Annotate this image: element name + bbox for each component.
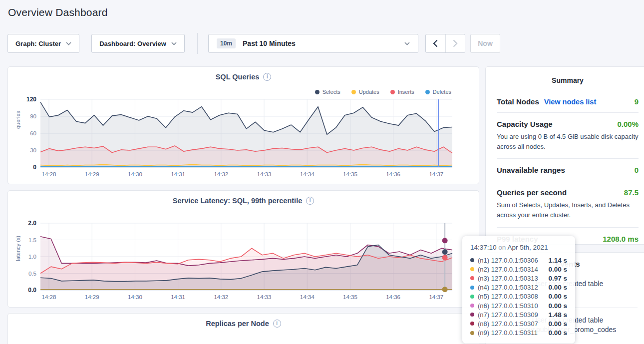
tooltip-node-label: (n8) 127.0.0.1:50307 [478,320,538,328]
info-icon[interactable]: i [273,320,281,328]
chevron-down-icon [404,42,410,45]
x-axis-tick-label: 14:35 [343,171,357,177]
tooltip-timestamp: 14:37:10 on Apr 5th, 2021 [470,244,567,251]
summary-row-header: Queries per second87.5 [497,188,639,197]
tooltip-node-value: 0.00 s [548,266,567,273]
summary-row-label: Total Nodes [497,97,539,106]
summary-row-label: Unavailable ranges [497,166,565,174]
info-icon[interactable]: i [306,197,314,205]
tooltip-row: (n2) 127.0.0.1:503140.00 s [470,265,567,274]
summary-row-description: Sum of Selects, Updates, Inserts, and De… [497,200,639,220]
tooltip-row: (n5) 127.0.0.1:503080.00 s [470,292,567,301]
tooltip-row: (n9) 127.0.0.1:503110.00 s [470,329,567,338]
time-range-selector[interactable]: 10m Past 10 Minutes [208,34,418,53]
node-color-dot [470,313,474,317]
tooltip-node-label: (n9) 127.0.0.1:50311 [478,329,538,337]
tooltip-node-value: 0.00 s [548,320,567,328]
x-axis-tick-label: 14:36 [386,294,400,300]
graph-dropdown[interactable]: Graph: Cluster [7,34,79,53]
latency-chart-title: Service Latency: SQL, 99th percentile [173,197,303,205]
tooltip-node-value: 1.48 s [548,311,567,319]
tooltip-node-label: (n6) 127.0.0.1:50310 [478,302,538,310]
graph-dropdown-label: Graph: Cluster [15,40,61,47]
tooltip-row: (n1) 127.0.0.1:503061.14 s [470,256,567,265]
time-step-buttons [425,34,465,53]
chevron-left-icon [433,39,438,47]
x-axis-tick-label: 14:32 [214,294,228,300]
tooltip-row: (n4) 127.0.0.1:503120.00 s [470,283,567,292]
chevron-right-icon [453,39,458,47]
summary-row-queries-per-second: Queries per second87.5Sum of Selects, Up… [497,181,639,227]
summary-row-label: Queries per second [497,188,567,197]
info-icon[interactable]: i [263,73,271,81]
sql-queries-panel: SQL Queries i SelectsUpdatesInsertsDelet… [7,66,479,184]
summary-panel: Summary Total NodesView nodes list9Capac… [485,66,644,245]
hover-point [442,249,448,255]
x-axis-tick-label: 14:31 [171,171,185,177]
x-axis-tick-label: 14:29 [85,171,99,177]
tooltip-node-label: (n5) 127.0.0.1:50308 [478,293,538,300]
summary-row-value: 9 [635,97,639,106]
node-color-dot [470,331,474,335]
time-next-button[interactable] [446,34,465,52]
legend-item-inserts: Inserts [390,89,414,95]
replicas-per-node-panel: Replicas per Node i [7,313,479,344]
node-color-dot [470,258,474,262]
hover-point [442,255,448,261]
chevron-down-icon [171,42,177,45]
x-axis-tick-label: 14:32 [214,171,228,177]
service-latency-chart[interactable]: 14:2814:2914:3014:3114:3214:3314:3414:35… [8,221,480,305]
x-axis-tick-label: 14:30 [128,294,142,300]
x-axis-tick-label: 14:28 [42,171,56,177]
y-axis-tick-label: 0.5 [28,271,36,277]
x-axis-tick-label: 14:34 [300,171,315,177]
dashboard-dropdown[interactable]: Dashboard: Overview [91,34,185,53]
now-button[interactable]: Now [470,34,500,53]
node-color-dot [470,322,474,326]
legend-item-selects: Selects [315,89,340,95]
summary-row-value: 0 [635,166,639,174]
x-axis-tick-label: 14:28 [42,294,56,300]
sql-chart-legend: SelectsUpdatesInsertsDeletes [315,89,451,95]
time-range-badge: 10m [217,38,236,48]
toolbar-divider [197,33,198,54]
chevron-down-icon [66,42,71,45]
x-axis-tick-label: 14:33 [257,294,272,300]
overview-dashboard-page: Overview Dashboard Graph: Cluster Dashbo… [0,0,644,344]
summary-row-total-nodes: Total NodesView nodes list9 [497,90,639,112]
summary-title: Summary [486,76,644,84]
x-axis-tick-label: 14:34 [300,294,315,300]
tooltip-row: (n6) 127.0.0.1:503100.00 s [470,301,567,310]
summary-row-unavailable-ranges: Unavailable ranges0 [497,158,639,181]
summary-row-value: 1208.0 ms [603,235,639,243]
node-color-dot [470,276,474,280]
time-range-label: Past 10 Minutes [243,39,296,47]
sql-queries-chart[interactable]: 14:2814:2914:3014:3114:3214:3314:3414:35… [8,97,480,181]
legend-item-updates: Updates [351,89,379,95]
series-color-dot [425,90,430,94]
sql-chart-title: SQL Queries [216,73,260,81]
hover-point [442,238,448,243]
tooltip-row: (n3) 127.0.0.1:503130.97 s [470,274,567,283]
time-prev-button[interactable] [426,34,446,52]
legend-item-deletes: Deletes [425,89,451,95]
view-nodes-list-link[interactable]: View nodes list [544,98,597,106]
x-axis-tick-label: 14:36 [386,171,400,177]
summary-row-header: Capacity Usage0.00% [497,120,639,128]
tooltip-node-label: (n4) 127.0.0.1:50312 [478,284,538,291]
tooltip-node-label: (n3) 127.0.0.1:50313 [478,275,538,282]
summary-row-header: Unavailable ranges0 [497,166,639,174]
series-color-dot [351,90,356,94]
series-color-dot [390,90,395,94]
summary-row-description: You are using 0 B of 4.5 GiB usable disk… [497,132,639,152]
x-axis-tick-label: 14:37 [429,171,443,177]
dashboard-dropdown-label: Dashboard: Overview [99,40,166,47]
summary-row-capacity-usage: Capacity Usage0.00%You are using 0 B of … [497,112,639,158]
legend-label: Selects [322,89,340,95]
node-color-dot [470,295,474,299]
tooltip-node-value: 0.97 s [548,275,567,282]
summary-row-value: 0.00% [617,120,639,128]
legend-label: Inserts [398,89,414,95]
x-axis-tick-label: 14:30 [128,171,142,177]
tooltip-row: (n7) 127.0.0.1:503091.48 s [470,310,567,319]
